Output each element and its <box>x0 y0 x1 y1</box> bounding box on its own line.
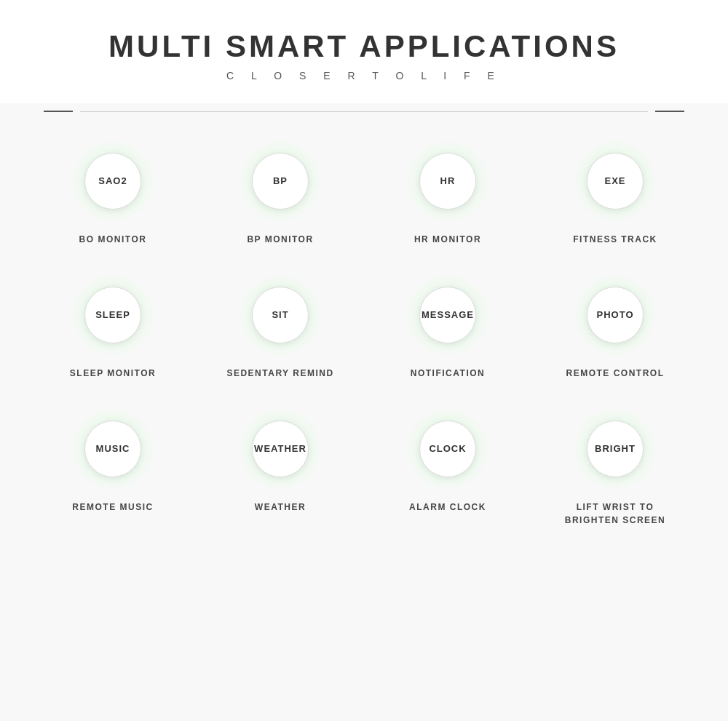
icon-circle-sleep: SLEEP <box>84 287 141 343</box>
divider-center <box>80 111 648 112</box>
app-item-clock: CLOCKALARM CLOCK <box>364 394 531 534</box>
icon-label-weather: WEATHER <box>254 443 306 455</box>
icon-circle-message: MESSAGE <box>419 287 476 343</box>
icon-label-exe: EXE <box>604 175 625 187</box>
icon-circle-bp: BP <box>252 153 309 210</box>
icon-wrapper-sit: SIT <box>240 275 320 355</box>
icon-label-message: MESSAGE <box>422 309 474 321</box>
page-subtitle: C L O S E R T O L I F E <box>15 70 713 81</box>
app-item-exe: EXEFITNESS TRACK <box>531 127 699 253</box>
icon-wrapper-bright: BRIGHT <box>575 409 655 489</box>
app-label-message: NOTIFICATION <box>411 367 485 380</box>
icon-wrapper-sleep: SLEEP <box>73 275 153 355</box>
icon-wrapper-clock: CLOCK <box>408 409 488 489</box>
app-grid: SAO2BO MONITORBPBP MONITORHRHR MONITOREX… <box>29 127 699 534</box>
icon-label-sao2: SAO2 <box>98 175 127 187</box>
icon-label-hr: HR <box>440 175 456 187</box>
app-item-music: MUSICREMOTE MUSIC <box>29 394 197 534</box>
app-item-message: MESSAGENOTIFICATION <box>364 260 531 387</box>
app-grid-section: SAO2BO MONITORBPBP MONITORHRHR MONITOREX… <box>0 112 728 556</box>
icon-label-photo: PHOTO <box>597 309 634 321</box>
icon-circle-sit: SIT <box>252 287 309 343</box>
app-item-bp: BPBP MONITOR <box>197 127 364 253</box>
app-label-weather: WEATHER <box>255 501 306 514</box>
icon-circle-photo: PHOTO <box>587 287 644 343</box>
app-item-hr: HRHR MONITOR <box>364 127 531 253</box>
icon-label-bright: BRIGHT <box>595 443 636 455</box>
icon-circle-bright: BRIGHT <box>587 421 644 477</box>
app-label-hr: HR MONITOR <box>414 233 481 246</box>
app-label-sleep: SLEEP MONITOR <box>70 367 156 380</box>
app-label-clock: ALARM CLOCK <box>409 501 486 514</box>
icon-label-sleep: SLEEP <box>95 309 130 321</box>
app-item-sao2: SAO2BO MONITOR <box>29 127 197 253</box>
icon-circle-sao2: SAO2 <box>84 153 141 210</box>
app-item-weather: WEATHERWEATHER <box>197 394 364 534</box>
app-label-bp: BP MONITOR <box>247 233 313 246</box>
app-label-exe: FITNESS TRACK <box>573 233 657 246</box>
icon-wrapper-exe: EXE <box>575 141 655 221</box>
icon-circle-clock: CLOCK <box>419 421 476 477</box>
page-header: MULTI SMART APPLICATIONS C L O S E R T O… <box>0 0 728 103</box>
icon-circle-exe: EXE <box>587 153 644 210</box>
icon-label-sit: SIT <box>272 309 288 321</box>
icon-label-bp: BP <box>273 175 288 187</box>
icon-label-music: MUSIC <box>96 443 130 455</box>
app-item-bright: BRIGHTLIFT WRIST TOBRIGHTEN SCREEN <box>531 394 699 534</box>
app-label-sao2: BO MONITOR <box>79 233 147 246</box>
icon-circle-hr: HR <box>419 153 476 210</box>
icon-wrapper-weather: WEATHER <box>240 409 320 489</box>
icon-circle-weather: WEATHER <box>252 421 309 477</box>
icon-wrapper-sao2: SAO2 <box>73 141 153 221</box>
icon-wrapper-photo: PHOTO <box>575 275 655 355</box>
icon-wrapper-music: MUSIC <box>73 409 153 489</box>
divider-right <box>655 111 684 112</box>
app-item-sit: SITSEDENTARY REMIND <box>197 260 364 387</box>
page-title: MULTI SMART APPLICATIONS <box>15 29 713 64</box>
icon-wrapper-bp: BP <box>240 141 320 221</box>
app-item-sleep: SLEEPSLEEP MONITOR <box>29 260 197 387</box>
app-label-music: REMOTE MUSIC <box>72 501 153 514</box>
app-label-sit: SEDENTARY REMIND <box>226 367 333 380</box>
app-label-bright: LIFT WRIST TOBRIGHTEN SCREEN <box>565 501 666 527</box>
divider-left <box>44 111 73 112</box>
icon-wrapper-message: MESSAGE <box>408 275 488 355</box>
icon-wrapper-hr: HR <box>408 141 488 221</box>
icon-label-clock: CLOCK <box>429 443 466 455</box>
icon-circle-music: MUSIC <box>84 421 141 477</box>
app-item-photo: PHOTOREMOTE CONTROL <box>531 260 699 387</box>
app-label-photo: REMOTE CONTROL <box>566 367 665 380</box>
